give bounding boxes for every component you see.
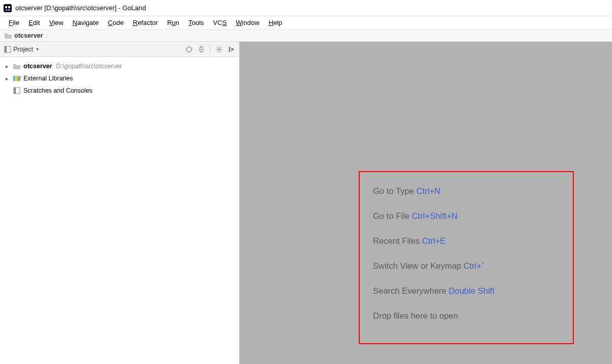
svg-line-21 — [221, 47, 222, 48]
hint-search-everywhere: Search Everywhere Double Shift — [373, 286, 560, 296]
hide-icon[interactable] — [228, 46, 235, 53]
svg-line-20 — [217, 50, 218, 51]
menu-help[interactable]: Help — [264, 19, 287, 26]
sidebar-title[interactable]: Project — [13, 46, 33, 53]
menu-tools[interactable]: Tools — [184, 19, 208, 26]
menu-window[interactable]: Window — [231, 19, 264, 26]
tree-row-scratches[interactable]: ▸ Scratches and Consoles — [2, 85, 237, 97]
menu-refactor[interactable]: Refactor — [128, 19, 163, 26]
svg-point-2 — [8, 6, 10, 8]
tree-project-path: D:\gopath\src\otcserver — [56, 63, 122, 70]
hint-go-to-type: Go to Type Ctrl+N — [373, 186, 560, 196]
tree-ext-libs-label: External Libraries — [23, 75, 73, 82]
svg-point-1 — [5, 6, 7, 8]
menu-view[interactable]: View — [44, 19, 68, 26]
expand-arrow-icon[interactable]: ▸ — [4, 63, 10, 70]
svg-rect-23 — [13, 76, 15, 81]
svg-rect-28 — [14, 88, 16, 94]
menu-bar: File Edit View Navigate Code Refactor Ru… — [0, 16, 612, 30]
target-icon[interactable] — [185, 46, 193, 53]
hint-go-to-file: Go to File Ctrl+Shift+N — [373, 211, 560, 221]
tree-project-name: otcserver — [23, 63, 52, 70]
menu-run[interactable]: Run — [163, 19, 184, 26]
expand-arrow-icon[interactable]: ▸ — [4, 75, 10, 82]
svg-point-7 — [187, 47, 192, 52]
gear-icon[interactable] — [216, 46, 223, 53]
welcome-hints-box: Go to Type Ctrl+N Go to File Ctrl+Shift+… — [359, 171, 574, 344]
library-icon — [12, 74, 21, 82]
hint-switch-view: Switch View or Keymap Ctrl+` — [373, 261, 560, 271]
project-sidebar: Project ▾ ▸ — [0, 42, 240, 364]
svg-point-13 — [218, 48, 220, 50]
collapse-all-icon[interactable] — [198, 46, 205, 53]
editor-empty-area[interactable]: Go to Type Ctrl+N Go to File Ctrl+Shift+… — [240, 42, 612, 364]
window-title: otcserver [D:\gopath\src\otcserver] - Go… — [15, 4, 146, 12]
folder-icon — [4, 32, 12, 39]
chevron-down-icon[interactable]: ▾ — [36, 46, 39, 52]
hint-drop-files: Drop files here to open — [373, 311, 560, 321]
menu-code[interactable]: Code — [103, 19, 128, 26]
menu-navigate[interactable]: Navigate — [68, 19, 103, 26]
folder-icon — [12, 62, 21, 70]
breadcrumb-bar: otcserver 〉 — [0, 30, 612, 42]
project-tree: ▸ otcserver D:\gopath\src\otcserver ▸ — [0, 57, 239, 100]
menu-file[interactable]: File — [4, 19, 24, 26]
menu-edit[interactable]: Edit — [24, 19, 44, 26]
hint-recent-files: Recent Files Ctrl+E — [373, 236, 560, 246]
title-bar: otcserver [D:\gopath\src\otcserver] - Go… — [0, 0, 612, 16]
svg-line-18 — [217, 47, 218, 48]
breadcrumb-item[interactable]: otcserver — [14, 32, 43, 39]
scratches-icon — [12, 87, 21, 95]
tree-row-external-libraries[interactable]: ▸ External Libraries — [2, 72, 237, 85]
svg-rect-25 — [17, 76, 19, 81]
svg-rect-0 — [4, 4, 12, 12]
chevron-right-icon: 〉 — [45, 31, 52, 40]
main-split: Project ▾ ▸ — [0, 42, 612, 364]
svg-rect-24 — [15, 76, 17, 81]
svg-rect-26 — [18, 76, 21, 81]
sidebar-toolbar: Project ▾ — [0, 42, 239, 57]
separator — [210, 45, 210, 53]
svg-rect-6 — [5, 46, 7, 52]
svg-rect-3 — [5, 9, 7, 11]
tree-row-project[interactable]: ▸ otcserver D:\gopath\src\otcserver — [2, 60, 237, 72]
svg-rect-4 — [8, 9, 10, 11]
svg-line-19 — [221, 50, 222, 51]
svg-rect-22 — [229, 47, 230, 52]
app-icon — [3, 4, 12, 13]
tree-scratches-label: Scratches and Consoles — [23, 87, 93, 94]
menu-vcs[interactable]: VCS — [208, 19, 231, 26]
project-tool-icon — [4, 46, 11, 53]
